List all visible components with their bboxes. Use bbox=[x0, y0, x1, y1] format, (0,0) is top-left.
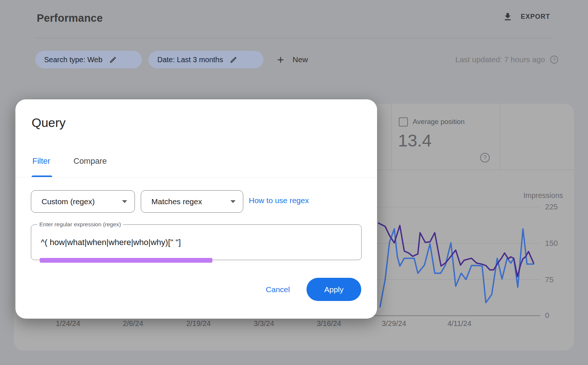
export-button[interactable]: EXPORT bbox=[503, 11, 550, 22]
x-tick: 3/3/24 bbox=[242, 319, 286, 328]
average-position-tile[interactable]: Average position 13.4 ? bbox=[392, 104, 500, 170]
edit-icon bbox=[109, 56, 117, 64]
last-updated: Last updated: 7 hours ago ? bbox=[455, 51, 559, 68]
apply-button[interactable]: Apply bbox=[306, 278, 361, 301]
new-label: New bbox=[293, 55, 308, 64]
y-tick: 150 bbox=[545, 239, 567, 248]
chip-label: Search type: Web bbox=[44, 56, 103, 64]
export-label: EXPORT bbox=[521, 13, 550, 21]
filter-type-dropdown[interactable]: Custom (regex) bbox=[31, 190, 135, 213]
x-tick: 3/16/24 bbox=[307, 319, 351, 328]
last-updated-text: Last updated: 7 hours ago bbox=[455, 55, 545, 64]
match-type-value: Matches regex bbox=[151, 197, 202, 206]
regex-input[interactable] bbox=[41, 225, 353, 260]
tile-border bbox=[500, 104, 500, 170]
query-filter-dialog: Query Filter Compare Custom (regex) Matc… bbox=[15, 99, 377, 319]
x-tick: 1/24/24 bbox=[46, 319, 90, 328]
regex-field: Enter regular expression (regex) bbox=[31, 224, 362, 260]
tab-filter[interactable]: Filter bbox=[32, 156, 50, 170]
average-position-checkbox[interactable] bbox=[399, 117, 408, 127]
average-position-value: 13.4 bbox=[398, 130, 431, 150]
page-title: Performance bbox=[37, 12, 103, 24]
download-icon bbox=[503, 11, 513, 22]
tab-compare[interactable]: Compare bbox=[74, 156, 107, 170]
svg-text:?: ? bbox=[483, 154, 487, 161]
header-divider bbox=[35, 38, 553, 38]
edit-icon bbox=[230, 56, 237, 64]
x-tick: 3/29/24 bbox=[372, 319, 416, 328]
x-tick: 2/19/24 bbox=[176, 319, 220, 328]
filter-chip-search-type[interactable]: Search type: Web bbox=[35, 51, 142, 68]
cancel-button[interactable]: Cancel bbox=[259, 281, 296, 298]
y-tick: 225 bbox=[545, 202, 567, 211]
filter-chip-date[interactable]: Date: Last 3 months bbox=[148, 51, 263, 68]
chevron-down-icon bbox=[230, 200, 236, 203]
chevron-down-icon bbox=[122, 200, 127, 203]
how-to-use-regex-link[interactable]: How to use regex bbox=[249, 196, 309, 205]
x-tick: 4/11/24 bbox=[437, 319, 481, 328]
annotation-highlight-bar bbox=[40, 258, 212, 263]
y-tick: 0 bbox=[545, 311, 567, 320]
dialog-title: Query bbox=[32, 116, 66, 130]
chip-label: Date: Last 3 months bbox=[157, 56, 223, 64]
plus-icon bbox=[276, 55, 286, 65]
tabs-divider bbox=[15, 177, 377, 177]
average-position-label: Average position bbox=[413, 118, 465, 126]
svg-text:?: ? bbox=[553, 57, 556, 63]
help-icon[interactable]: ? bbox=[550, 55, 559, 64]
filter-type-value: Custom (regex) bbox=[42, 197, 95, 206]
help-icon[interactable]: ? bbox=[480, 152, 490, 163]
y-tick: 75 bbox=[545, 275, 567, 284]
new-filter-button[interactable]: New bbox=[276, 51, 308, 68]
y-axis-title: Impressions bbox=[489, 191, 563, 200]
match-type-dropdown[interactable]: Matches regex bbox=[141, 190, 243, 213]
x-tick: 2/6/24 bbox=[111, 319, 155, 328]
